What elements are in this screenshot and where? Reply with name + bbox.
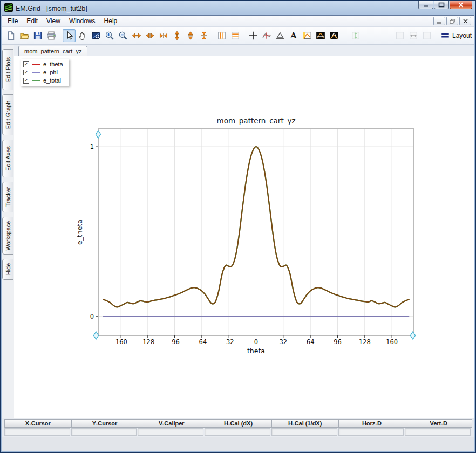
sidebar-tab-edit-axes[interactable]: Edit Axes bbox=[2, 140, 13, 177]
caliper-icon bbox=[275, 31, 285, 40]
plot-canvas[interactable]: ✓e_theta✓e_phi✓e_total -160-128-96-64-32… bbox=[14, 56, 474, 418]
mdi-restore-button[interactable] bbox=[446, 17, 458, 25]
waveform-dark-button[interactable] bbox=[314, 29, 327, 42]
text-annotation-button[interactable]: A bbox=[287, 29, 300, 42]
waveform-gauss-dark-button[interactable] bbox=[328, 29, 341, 42]
readout-col-vert-d: Vert-D bbox=[405, 419, 472, 428]
x-tick-label: 64 bbox=[307, 338, 315, 346]
title-bar[interactable]: EM.Grid - [smom_tut2b] bbox=[2, 2, 474, 15]
pan-hand-button[interactable] bbox=[76, 29, 89, 42]
axis-handle[interactable] bbox=[94, 332, 99, 339]
compress-x-button[interactable] bbox=[157, 29, 170, 42]
zoom-window-button[interactable] bbox=[90, 29, 103, 42]
menu-windows[interactable]: Windows bbox=[65, 16, 100, 26]
save-floppy-icon bbox=[33, 31, 43, 40]
pointer-select-button[interactable] bbox=[63, 29, 76, 42]
readout-value-cell bbox=[71, 428, 137, 436]
legend-item-e_theta: ✓e_theta bbox=[23, 61, 63, 67]
minimize-button[interactable] bbox=[418, 1, 433, 9]
save-floppy-button[interactable] bbox=[31, 29, 44, 42]
curve-tracker-button[interactable] bbox=[260, 29, 273, 42]
crosshair-button[interactable] bbox=[247, 29, 260, 42]
close-button[interactable] bbox=[450, 1, 472, 9]
fit-horizontal-button[interactable] bbox=[407, 29, 420, 42]
menu-bar-items: FileEditViewWindowsHelp bbox=[3, 16, 121, 26]
menu-file[interactable]: File bbox=[3, 16, 22, 26]
x-tick-label: -128 bbox=[140, 338, 154, 346]
fit-vertical-button[interactable] bbox=[349, 29, 362, 42]
legend-label: e_total bbox=[43, 77, 61, 84]
split-x-button[interactable] bbox=[144, 29, 157, 42]
zoom-in-button[interactable] bbox=[103, 29, 116, 42]
zoom-out-button[interactable] bbox=[117, 29, 130, 42]
x-tick-label: 32 bbox=[280, 338, 288, 346]
split-y-button[interactable] bbox=[184, 29, 197, 42]
expand-y-icon bbox=[172, 31, 182, 40]
layout-label: Layout bbox=[452, 32, 472, 39]
split-y-icon bbox=[186, 31, 195, 40]
mdi-close-button[interactable] bbox=[459, 17, 471, 25]
new-document-button[interactable] bbox=[4, 29, 17, 42]
sidebar-tab-edit-graph[interactable]: Edit Graph bbox=[2, 94, 13, 135]
open-folder-button[interactable] bbox=[18, 29, 31, 42]
zoom-in-icon bbox=[105, 31, 114, 40]
expand-x-button[interactable] bbox=[130, 29, 143, 42]
layout-icon bbox=[440, 31, 450, 40]
legend-checkbox-e_theta[interactable]: ✓ bbox=[23, 61, 29, 67]
document-tab-mom_pattern_cart_yz[interactable]: mom_pattern_cart_yz bbox=[18, 46, 87, 56]
sidebar-tab-label: Workspace bbox=[5, 221, 11, 251]
insert-plot-button[interactable] bbox=[301, 29, 314, 42]
compress-y-button[interactable] bbox=[198, 29, 210, 42]
print-button[interactable] bbox=[45, 29, 58, 42]
menu-help[interactable]: Help bbox=[100, 16, 122, 26]
caliper-button[interactable] bbox=[274, 29, 287, 42]
frame-empty-button[interactable] bbox=[420, 29, 433, 42]
readout-value-cell bbox=[4, 428, 70, 436]
readout-col-h-cal-dx-: H-Cal (dX) bbox=[205, 419, 272, 428]
vertical-markers-button[interactable] bbox=[215, 29, 228, 42]
legend-item-e_phi: ✓e_phi bbox=[23, 69, 63, 76]
readout-value-cell bbox=[338, 428, 404, 436]
readout-col-v-caliper: V-Caliper bbox=[138, 419, 205, 428]
chart-title: mom_pattern_cart_yz bbox=[216, 116, 295, 125]
legend: ✓e_theta✓e_phi✓e_total bbox=[21, 59, 69, 86]
x-tick-label: -64 bbox=[196, 338, 207, 346]
expand-y-button[interactable] bbox=[171, 29, 183, 42]
mdi-window-controls bbox=[433, 17, 473, 25]
compress-y-icon bbox=[199, 31, 209, 40]
zoom-out-icon bbox=[118, 31, 128, 40]
waveform-dark-icon bbox=[316, 31, 325, 40]
sidebar: Edit PlotsEdit GraphEdit AxesTrackerWork… bbox=[2, 45, 14, 418]
print-icon bbox=[46, 31, 56, 40]
mdi-minimize-button[interactable] bbox=[433, 17, 445, 25]
sidebar-tab-edit-plots[interactable]: Edit Plots bbox=[2, 49, 13, 90]
readout-value-cell bbox=[405, 428, 471, 436]
toolbar-separator bbox=[244, 30, 244, 42]
legend-label: e_theta bbox=[43, 61, 63, 67]
curve-tracker-icon bbox=[262, 31, 271, 40]
legend-checkbox-e_total[interactable]: ✓ bbox=[23, 78, 29, 84]
menu-view[interactable]: View bbox=[42, 16, 65, 26]
frame-empty-button[interactable] bbox=[393, 29, 406, 42]
readout-panel: X-CursorY-CursorV-CaliperH-Cal (dX)H-Cal… bbox=[2, 418, 474, 437]
horizontal-markers-button[interactable] bbox=[229, 29, 242, 42]
legend-swatch-e_total bbox=[32, 80, 40, 81]
y-tick-label: 1 bbox=[90, 143, 94, 150]
toolbar-separator bbox=[60, 30, 60, 42]
vertical-markers-icon bbox=[217, 31, 227, 40]
toolbar-separator bbox=[213, 30, 213, 42]
insert-plot-icon bbox=[302, 31, 312, 40]
status-bar bbox=[2, 437, 474, 451]
sidebar-tab-workspace[interactable]: Workspace bbox=[2, 217, 13, 255]
layout-button[interactable]: Layout bbox=[438, 29, 474, 42]
sidebar-tab-tracker[interactable]: Tracker bbox=[2, 182, 13, 212]
chart[interactable]: -160-128-96-64-32032649612816001mom_patt… bbox=[14, 56, 474, 418]
maximize-button[interactable] bbox=[434, 1, 449, 9]
readout-value-row bbox=[4, 428, 472, 436]
app-icon[interactable] bbox=[4, 3, 13, 14]
y-tick-label: 0 bbox=[90, 313, 94, 320]
menu-edit[interactable]: Edit bbox=[22, 16, 42, 26]
legend-checkbox-e_phi[interactable]: ✓ bbox=[23, 70, 29, 76]
sidebar-tab-hide[interactable]: Hide bbox=[2, 259, 13, 280]
pan-hand-icon bbox=[78, 31, 87, 40]
